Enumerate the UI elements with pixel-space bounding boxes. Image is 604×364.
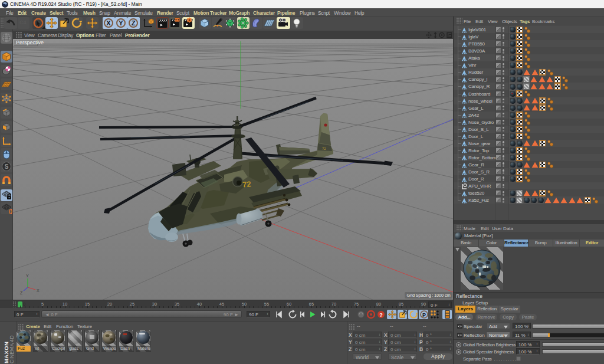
- svg-text:Z: Z: [132, 19, 136, 27]
- svg-text:X: X: [106, 19, 111, 27]
- svg-text:Z: Z: [20, 291, 23, 295]
- svg-text:?: ?: [379, 312, 383, 318]
- svg-text:S: S: [5, 163, 9, 170]
- svg-text:72: 72: [242, 179, 251, 189]
- svg-text:P: P: [422, 312, 426, 318]
- svg-text:X: X: [37, 288, 40, 293]
- svg-text:Y: Y: [119, 19, 123, 27]
- svg-text:Y: Y: [26, 274, 29, 278]
- svg-text:(): (): [9, 208, 12, 214]
- svg-text:72: 72: [322, 147, 326, 150]
